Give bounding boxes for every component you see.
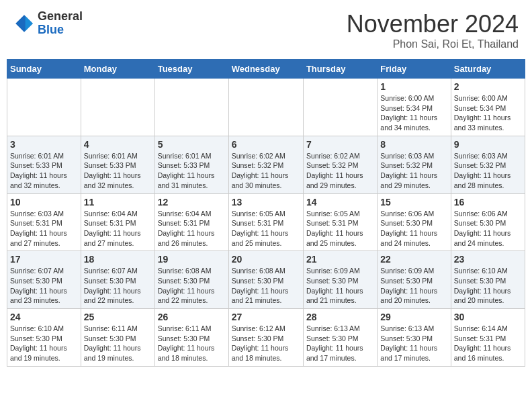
day-number: 8 — [380, 139, 447, 150]
day-number: 12 — [158, 197, 226, 208]
day-number: 11 — [84, 197, 152, 208]
calendar-cell: 3Sunrise: 6:01 AM Sunset: 5:33 PM Daylig… — [7, 136, 81, 193]
calendar-cell: 11Sunrise: 6:04 AM Sunset: 5:31 PM Dayli… — [81, 193, 154, 251]
day-number: 20 — [232, 254, 300, 265]
calendar-cell — [154, 79, 228, 136]
calendar-day-header: Tuesday — [154, 60, 228, 79]
calendar-week-row: 10Sunrise: 6:03 AM Sunset: 5:31 PM Dayli… — [7, 193, 525, 251]
day-number: 18 — [84, 254, 152, 265]
calendar-cell: 25Sunrise: 6:11 AM Sunset: 5:30 PM Dayli… — [81, 309, 154, 367]
logo: General Blue — [13, 10, 83, 37]
calendar-cell: 9Sunrise: 6:03 AM Sunset: 5:32 PM Daylig… — [451, 136, 525, 193]
day-info: Sunrise: 6:04 AM Sunset: 5:31 PM Dayligh… — [158, 209, 226, 248]
calendar-day-header: Monday — [81, 60, 154, 79]
calendar-cell — [7, 79, 81, 136]
calendar-cell: 7Sunrise: 6:02 AM Sunset: 5:32 PM Daylig… — [303, 136, 377, 193]
calendar-cell: 12Sunrise: 6:04 AM Sunset: 5:31 PM Dayli… — [154, 193, 228, 251]
calendar-cell: 15Sunrise: 6:06 AM Sunset: 5:30 PM Dayli… — [378, 193, 451, 251]
day-info: Sunrise: 6:10 AM Sunset: 5:30 PM Dayligh… — [454, 266, 522, 306]
day-number: 6 — [232, 139, 300, 150]
day-info: Sunrise: 6:00 AM Sunset: 5:34 PM Dayligh… — [454, 93, 522, 133]
location-title: Phon Sai, Roi Et, Thailand — [347, 38, 519, 50]
calendar-cell: 4Sunrise: 6:01 AM Sunset: 5:33 PM Daylig… — [81, 136, 154, 193]
calendar-cell: 27Sunrise: 6:12 AM Sunset: 5:30 PM Dayli… — [228, 309, 303, 367]
day-number: 16 — [454, 197, 522, 208]
calendar-day-header: Friday — [378, 60, 451, 79]
calendar-cell: 16Sunrise: 6:06 AM Sunset: 5:30 PM Dayli… — [451, 193, 525, 251]
day-info: Sunrise: 6:00 AM Sunset: 5:34 PM Dayligh… — [380, 93, 447, 133]
calendar-cell: 17Sunrise: 6:07 AM Sunset: 5:30 PM Dayli… — [7, 251, 81, 309]
day-info: Sunrise: 6:01 AM Sunset: 5:33 PM Dayligh… — [84, 151, 152, 191]
calendar-week-row: 24Sunrise: 6:10 AM Sunset: 5:30 PM Dayli… — [7, 309, 525, 367]
calendar-cell: 6Sunrise: 6:02 AM Sunset: 5:32 PM Daylig… — [228, 136, 303, 193]
calendar-day-header: Wednesday — [228, 60, 303, 79]
day-info: Sunrise: 6:13 AM Sunset: 5:30 PM Dayligh… — [306, 324, 374, 363]
calendar-cell: 2Sunrise: 6:00 AM Sunset: 5:34 PM Daylig… — [451, 79, 525, 136]
calendar-cell: 22Sunrise: 6:09 AM Sunset: 5:30 PM Dayli… — [378, 251, 451, 309]
day-info: Sunrise: 6:14 AM Sunset: 5:31 PM Dayligh… — [454, 324, 522, 363]
day-number: 2 — [454, 81, 522, 92]
day-info: Sunrise: 6:05 AM Sunset: 5:31 PM Dayligh… — [232, 209, 300, 248]
day-number: 14 — [306, 197, 374, 208]
day-info: Sunrise: 6:07 AM Sunset: 5:30 PM Dayligh… — [10, 266, 78, 306]
day-number: 27 — [232, 312, 300, 322]
calendar-day-header: Sunday — [7, 60, 81, 79]
logo-icon — [13, 13, 35, 34]
day-info: Sunrise: 6:08 AM Sunset: 5:30 PM Dayligh… — [158, 266, 226, 306]
logo-text: General Blue — [38, 10, 83, 37]
day-info: Sunrise: 6:08 AM Sunset: 5:30 PM Dayligh… — [232, 266, 300, 306]
day-number: 29 — [380, 312, 447, 322]
calendar-cell: 23Sunrise: 6:10 AM Sunset: 5:30 PM Dayli… — [451, 251, 525, 309]
month-title: November 2024 — [347, 10, 519, 38]
day-info: Sunrise: 6:09 AM Sunset: 5:30 PM Dayligh… — [380, 266, 447, 306]
day-info: Sunrise: 6:06 AM Sunset: 5:30 PM Dayligh… — [380, 209, 447, 248]
day-number: 15 — [380, 197, 447, 208]
calendar-cell: 18Sunrise: 6:07 AM Sunset: 5:30 PM Dayli… — [81, 251, 154, 309]
calendar-cell — [81, 79, 154, 136]
day-info: Sunrise: 6:11 AM Sunset: 5:30 PM Dayligh… — [158, 324, 226, 363]
calendar-table: SundayMondayTuesdayWednesdayThursdayFrid… — [7, 59, 525, 367]
day-info: Sunrise: 6:04 AM Sunset: 5:31 PM Dayligh… — [84, 209, 152, 248]
title-block: November 2024 Phon Sai, Roi Et, Thailand — [347, 10, 519, 50]
day-info: Sunrise: 6:10 AM Sunset: 5:30 PM Dayligh… — [10, 324, 78, 363]
day-number: 7 — [306, 139, 374, 150]
day-info: Sunrise: 6:06 AM Sunset: 5:30 PM Dayligh… — [454, 209, 522, 248]
day-number: 5 — [158, 139, 226, 150]
calendar-week-row: 17Sunrise: 6:07 AM Sunset: 5:30 PM Dayli… — [7, 251, 525, 309]
day-number: 22 — [380, 254, 447, 265]
calendar-cell: 20Sunrise: 6:08 AM Sunset: 5:30 PM Dayli… — [228, 251, 303, 309]
day-number: 4 — [84, 139, 152, 150]
calendar-cell: 26Sunrise: 6:11 AM Sunset: 5:30 PM Dayli… — [154, 309, 228, 367]
day-number: 10 — [10, 197, 78, 208]
calendar-cell: 28Sunrise: 6:13 AM Sunset: 5:30 PM Dayli… — [303, 309, 377, 367]
calendar-day-header: Saturday — [451, 60, 525, 79]
day-info: Sunrise: 6:09 AM Sunset: 5:30 PM Dayligh… — [306, 266, 374, 306]
svg-marker-1 — [26, 16, 33, 31]
day-info: Sunrise: 6:03 AM Sunset: 5:31 PM Dayligh… — [10, 209, 78, 248]
day-info: Sunrise: 6:13 AM Sunset: 5:30 PM Dayligh… — [380, 324, 447, 363]
calendar-cell: 19Sunrise: 6:08 AM Sunset: 5:30 PM Dayli… — [154, 251, 228, 309]
day-number: 30 — [454, 312, 522, 322]
day-number: 26 — [158, 312, 226, 322]
calendar-cell: 1Sunrise: 6:00 AM Sunset: 5:34 PM Daylig… — [378, 79, 451, 136]
day-info: Sunrise: 6:01 AM Sunset: 5:33 PM Dayligh… — [10, 151, 78, 191]
calendar-cell: 8Sunrise: 6:03 AM Sunset: 5:32 PM Daylig… — [378, 136, 451, 193]
day-info: Sunrise: 6:03 AM Sunset: 5:32 PM Dayligh… — [380, 151, 447, 191]
day-info: Sunrise: 6:01 AM Sunset: 5:33 PM Dayligh… — [158, 151, 226, 191]
calendar-cell — [228, 79, 303, 136]
day-info: Sunrise: 6:07 AM Sunset: 5:30 PM Dayligh… — [84, 266, 152, 306]
day-number: 28 — [306, 312, 374, 322]
calendar-cell: 29Sunrise: 6:13 AM Sunset: 5:30 PM Dayli… — [378, 309, 451, 367]
calendar-day-header: Thursday — [303, 60, 377, 79]
day-number: 3 — [10, 139, 78, 150]
page-header: General Blue November 2024 Phon Sai, Roi… — [7, 7, 525, 54]
day-number: 1 — [380, 81, 447, 92]
day-number: 9 — [454, 139, 522, 150]
calendar-cell: 24Sunrise: 6:10 AM Sunset: 5:30 PM Dayli… — [7, 309, 81, 367]
day-info: Sunrise: 6:12 AM Sunset: 5:30 PM Dayligh… — [232, 324, 300, 363]
calendar-week-row: 1Sunrise: 6:00 AM Sunset: 5:34 PM Daylig… — [7, 79, 525, 136]
calendar-cell: 21Sunrise: 6:09 AM Sunset: 5:30 PM Dayli… — [303, 251, 377, 309]
calendar-cell: 10Sunrise: 6:03 AM Sunset: 5:31 PM Dayli… — [7, 193, 81, 251]
day-number: 13 — [232, 197, 300, 208]
day-number: 19 — [158, 254, 226, 265]
